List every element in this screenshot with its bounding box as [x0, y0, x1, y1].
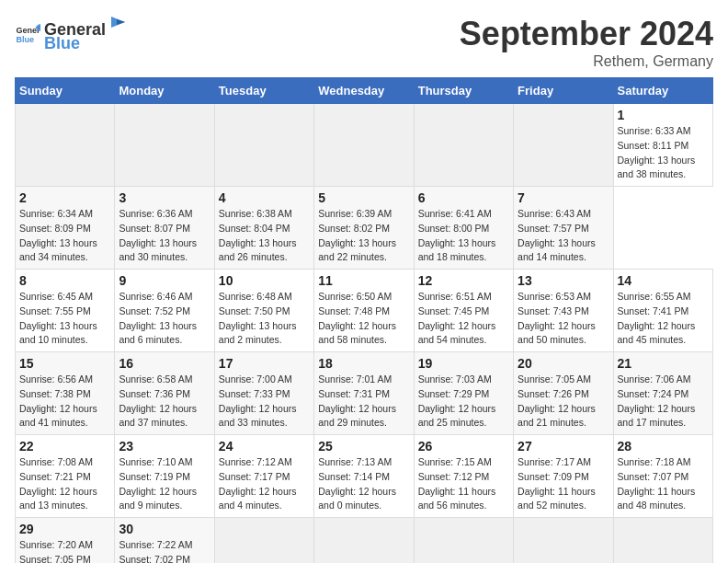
- day-info: Sunrise: 6:56 AM Sunset: 7:38 PM Dayligh…: [19, 373, 110, 431]
- calendar-cell: 15 Sunrise: 6:56 AM Sunset: 7:38 PM Dayl…: [16, 352, 115, 435]
- day-info: Sunrise: 7:03 AM Sunset: 7:29 PM Dayligh…: [418, 373, 509, 431]
- calendar-week-row: 22 Sunrise: 7:08 AM Sunset: 7:21 PM Dayl…: [16, 435, 713, 518]
- title-area: September 2024 Rethem, Germany: [460, 15, 713, 70]
- calendar-cell: [16, 104, 115, 187]
- calendar-cell: [214, 518, 313, 564]
- day-info: Sunrise: 7:22 AM Sunset: 7:02 PM Dayligh…: [119, 538, 210, 563]
- day-number: 8: [19, 273, 110, 288]
- svg-text:Blue: Blue: [16, 35, 34, 44]
- day-number: 16: [119, 356, 210, 371]
- calendar-cell: 10 Sunrise: 6:48 AM Sunset: 7:50 PM Dayl…: [214, 270, 313, 352]
- calendar-cell: 5 Sunrise: 6:39 AM Sunset: 8:02 PM Dayli…: [314, 187, 414, 270]
- calendar-cell: [613, 518, 712, 564]
- calendar-cell: 28 Sunrise: 7:18 AM Sunset: 7:07 PM Dayl…: [613, 435, 712, 518]
- day-number: 14: [618, 273, 709, 288]
- calendar-cell: [414, 104, 513, 187]
- day-number: 24: [219, 439, 310, 454]
- logo-flag-icon: [107, 15, 127, 35]
- day-info: Sunrise: 7:00 AM Sunset: 7:33 PM Dayligh…: [219, 373, 310, 431]
- calendar-cell: 24 Sunrise: 7:12 AM Sunset: 7:17 PM Dayl…: [214, 435, 313, 518]
- calendar-cell: 27 Sunrise: 7:17 AM Sunset: 7:09 PM Dayl…: [514, 435, 613, 518]
- day-info: Sunrise: 7:15 AM Sunset: 7:12 PM Dayligh…: [418, 455, 509, 513]
- col-tuesday: Tuesday: [214, 78, 313, 104]
- day-info: Sunrise: 6:53 AM Sunset: 7:43 PM Dayligh…: [518, 290, 609, 348]
- day-number: 11: [318, 273, 409, 288]
- page-header: General Blue General Blue September 2024…: [15, 15, 713, 70]
- calendar-cell: 11 Sunrise: 6:50 AM Sunset: 7:48 PM Dayl…: [314, 270, 414, 352]
- day-number: 17: [219, 356, 310, 371]
- day-number: 3: [119, 190, 210, 205]
- day-number: 20: [518, 356, 609, 371]
- day-number: 9: [119, 273, 210, 288]
- day-number: 22: [19, 439, 110, 454]
- calendar-week-row: 2 Sunrise: 6:34 AM Sunset: 8:09 PM Dayli…: [16, 187, 713, 270]
- day-number: 6: [418, 190, 509, 205]
- day-info: Sunrise: 6:55 AM Sunset: 7:41 PM Dayligh…: [618, 290, 709, 348]
- day-number: 25: [318, 439, 409, 454]
- day-number: 29: [19, 522, 110, 536]
- day-number: 10: [219, 273, 310, 288]
- calendar-cell: 26 Sunrise: 7:15 AM Sunset: 7:12 PM Dayl…: [414, 435, 513, 518]
- col-wednesday: Wednesday: [314, 78, 414, 104]
- day-info: Sunrise: 7:05 AM Sunset: 7:26 PM Dayligh…: [518, 373, 609, 431]
- calendar-cell: 1 Sunrise: 6:33 AM Sunset: 8:11 PM Dayli…: [613, 104, 712, 187]
- day-number: 1: [618, 108, 709, 122]
- calendar-cell: [514, 104, 613, 187]
- day-info: Sunrise: 6:41 AM Sunset: 8:00 PM Dayligh…: [418, 207, 509, 265]
- day-info: Sunrise: 6:34 AM Sunset: 8:09 PM Dayligh…: [19, 207, 110, 265]
- day-number: 15: [19, 356, 110, 371]
- calendar-header-row: Sunday Monday Tuesday Wednesday Thursday…: [16, 78, 713, 104]
- calendar-cell: [514, 518, 613, 564]
- calendar-cell: 23 Sunrise: 7:10 AM Sunset: 7:19 PM Dayl…: [115, 435, 214, 518]
- day-info: Sunrise: 6:45 AM Sunset: 7:55 PM Dayligh…: [19, 290, 110, 348]
- calendar-cell: 25 Sunrise: 7:13 AM Sunset: 7:14 PM Dayl…: [314, 435, 414, 518]
- day-number: 30: [119, 522, 210, 536]
- calendar-cell: [314, 518, 414, 564]
- day-info: Sunrise: 7:12 AM Sunset: 7:17 PM Dayligh…: [219, 455, 310, 513]
- calendar-cell: 17 Sunrise: 7:00 AM Sunset: 7:33 PM Dayl…: [214, 352, 313, 435]
- calendar-cell: 19 Sunrise: 7:03 AM Sunset: 7:29 PM Dayl…: [414, 352, 513, 435]
- calendar-table: Sunday Monday Tuesday Wednesday Thursday…: [15, 77, 713, 563]
- day-info: Sunrise: 6:46 AM Sunset: 7:52 PM Dayligh…: [119, 290, 210, 348]
- col-thursday: Thursday: [414, 78, 513, 104]
- day-info: Sunrise: 6:36 AM Sunset: 8:07 PM Dayligh…: [119, 207, 210, 265]
- day-info: Sunrise: 7:06 AM Sunset: 7:24 PM Dayligh…: [618, 373, 709, 431]
- calendar-cell: 12 Sunrise: 6:51 AM Sunset: 7:45 PM Dayl…: [414, 270, 513, 352]
- day-number: 2: [19, 190, 110, 205]
- calendar-cell: 20 Sunrise: 7:05 AM Sunset: 7:26 PM Dayl…: [514, 352, 613, 435]
- day-number: 21: [618, 356, 709, 371]
- calendar-cell: [314, 104, 414, 187]
- day-info: Sunrise: 7:20 AM Sunset: 7:05 PM Dayligh…: [19, 538, 110, 563]
- logo-icon: General Blue: [15, 21, 40, 47]
- calendar-cell: [214, 104, 313, 187]
- day-info: Sunrise: 6:39 AM Sunset: 8:02 PM Dayligh…: [318, 207, 409, 265]
- day-number: 18: [318, 356, 409, 371]
- calendar-cell: 8 Sunrise: 6:45 AM Sunset: 7:55 PM Dayli…: [16, 270, 115, 352]
- day-info: Sunrise: 6:58 AM Sunset: 7:36 PM Dayligh…: [119, 373, 210, 431]
- day-info: Sunrise: 7:08 AM Sunset: 7:21 PM Dayligh…: [19, 455, 110, 513]
- day-info: Sunrise: 6:51 AM Sunset: 7:45 PM Dayligh…: [418, 290, 509, 348]
- day-number: 23: [119, 439, 210, 454]
- day-number: 26: [418, 439, 509, 454]
- day-number: 4: [219, 190, 310, 205]
- calendar-week-row: 29 Sunrise: 7:20 AM Sunset: 7:05 PM Dayl…: [16, 518, 713, 564]
- calendar-cell: 14 Sunrise: 6:55 AM Sunset: 7:41 PM Dayl…: [613, 270, 712, 352]
- col-monday: Monday: [115, 78, 214, 104]
- calendar-cell: 4 Sunrise: 6:38 AM Sunset: 8:04 PM Dayli…: [214, 187, 313, 270]
- calendar-week-row: 8 Sunrise: 6:45 AM Sunset: 7:55 PM Dayli…: [16, 270, 713, 352]
- col-friday: Friday: [514, 78, 613, 104]
- day-info: Sunrise: 6:43 AM Sunset: 7:57 PM Dayligh…: [518, 207, 609, 265]
- calendar-cell: [115, 104, 214, 187]
- day-number: 19: [418, 356, 509, 371]
- calendar-week-row: 1 Sunrise: 6:33 AM Sunset: 8:11 PM Dayli…: [16, 104, 713, 187]
- calendar-cell: 6 Sunrise: 6:41 AM Sunset: 8:00 PM Dayli…: [414, 187, 513, 270]
- calendar-week-row: 15 Sunrise: 6:56 AM Sunset: 7:38 PM Dayl…: [16, 352, 713, 435]
- day-info: Sunrise: 6:38 AM Sunset: 8:04 PM Dayligh…: [219, 207, 310, 265]
- day-info: Sunrise: 7:13 AM Sunset: 7:14 PM Dayligh…: [318, 455, 409, 513]
- col-sunday: Sunday: [16, 78, 115, 104]
- location: Rethem, Germany: [460, 53, 713, 70]
- calendar-cell: 9 Sunrise: 6:46 AM Sunset: 7:52 PM Dayli…: [115, 270, 214, 352]
- day-info: Sunrise: 6:50 AM Sunset: 7:48 PM Dayligh…: [318, 290, 409, 348]
- calendar-cell: 7 Sunrise: 6:43 AM Sunset: 7:57 PM Dayli…: [514, 187, 613, 270]
- day-number: 5: [318, 190, 409, 205]
